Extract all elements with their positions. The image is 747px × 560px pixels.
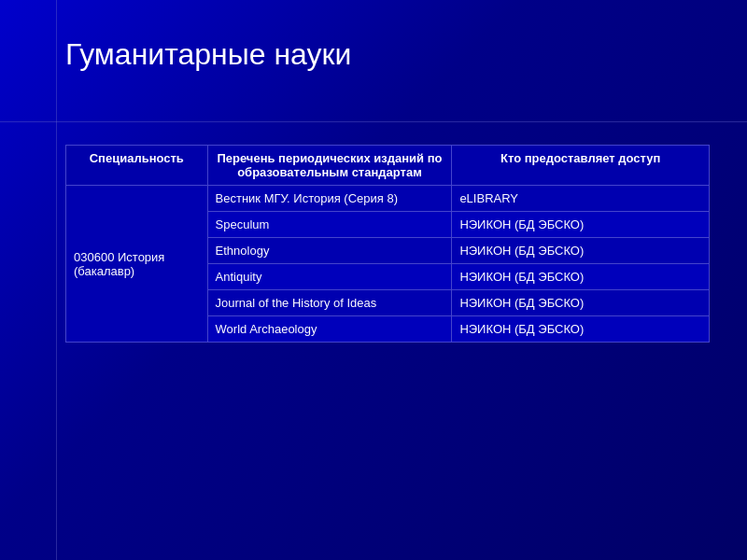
provider-cell: НЭИКОН (БД ЭБСКО) <box>452 316 710 343</box>
provider-cell: eLIBRARY <box>452 186 710 212</box>
journal-cell: Speculum <box>207 212 452 238</box>
provider-cell: НЭИКОН (БД ЭБСКО) <box>452 212 710 238</box>
journal-cell: Journal of the History of Ideas <box>207 290 452 316</box>
specialty-cell: 030600 История (бакалавр) <box>66 186 208 343</box>
provider-cell: НЭИКОН (БД ЭБСКО) <box>452 264 710 290</box>
table-row: 030600 История (бакалавр)Вестник МГУ. Ис… <box>66 186 710 212</box>
page-title: Гуманитарные науки <box>65 37 351 72</box>
table-container: Специальность Перечень периодических изд… <box>65 145 710 532</box>
header-journal-list: Перечень периодических изданий по образо… <box>207 146 452 186</box>
header-specialty: Специальность <box>66 146 208 186</box>
provider-cell: НЭИКОН (БД ЭБСКО) <box>452 290 710 316</box>
table-header-row: Специальность Перечень периодических изд… <box>66 146 710 186</box>
header-provider: Кто предоставляет доступ <box>452 146 710 186</box>
data-table: Специальность Перечень периодических изд… <box>65 145 710 343</box>
journal-cell: World Archaeology <box>207 316 452 343</box>
decorative-line-v <box>56 0 57 560</box>
journal-cell: Antiquity <box>207 264 452 290</box>
decorative-line-h <box>0 121 747 122</box>
journal-cell: Ethnology <box>207 238 452 264</box>
journal-cell: Вестник МГУ. История (Серия 8) <box>207 186 452 212</box>
provider-cell: НЭИКОН (БД ЭБСКО) <box>452 238 710 264</box>
